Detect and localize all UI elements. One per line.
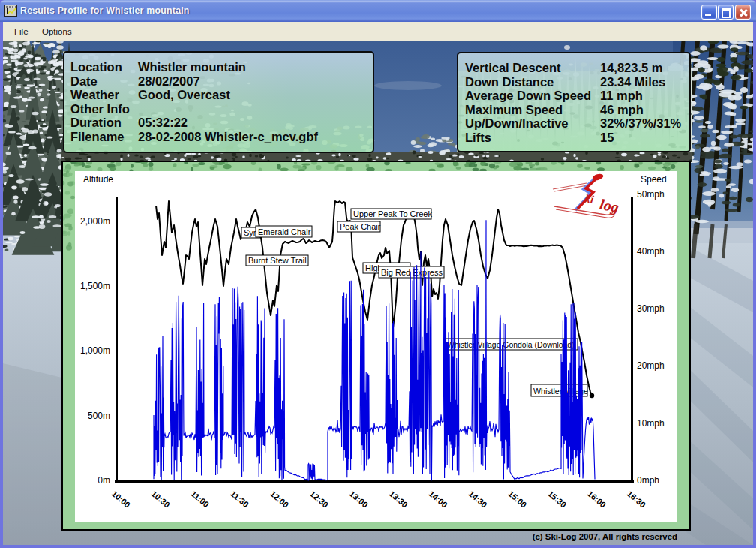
- svg-text:Emerald Chair: Emerald Chair: [258, 227, 311, 236]
- svg-text:Syr: Syr: [244, 228, 256, 237]
- svg-text:0mph: 0mph: [637, 475, 659, 486]
- svg-text:30mph: 30mph: [637, 303, 664, 314]
- svg-text:1,000m: 1,000m: [80, 345, 110, 356]
- svg-text:10mph: 10mph: [637, 418, 664, 429]
- svg-text:2,000m: 2,000m: [80, 216, 110, 227]
- svg-text:Whistler Village Gondola (Down: Whistler Village Gondola (Download): [447, 341, 574, 349]
- svg-text:Upper Peak To Creek: Upper Peak To Creek: [353, 209, 432, 218]
- svg-text:50mph: 50mph: [637, 189, 664, 200]
- svg-text:1,500m: 1,500m: [80, 281, 110, 291]
- svg-text:Speed: Speed: [640, 174, 667, 185]
- svg-text:0m: 0m: [98, 475, 110, 486]
- svg-text:Peak Chair: Peak Chair: [340, 222, 381, 231]
- svg-text:Altitude: Altitude: [83, 174, 113, 185]
- svg-text:40mph: 40mph: [637, 246, 664, 257]
- svg-text:Big Red Express: Big Red Express: [381, 268, 442, 277]
- svg-text:20mph: 20mph: [637, 360, 664, 371]
- svg-text:500m: 500m: [88, 411, 110, 421]
- svg-text:Burnt Stew Trail: Burnt Stew Trail: [248, 256, 307, 265]
